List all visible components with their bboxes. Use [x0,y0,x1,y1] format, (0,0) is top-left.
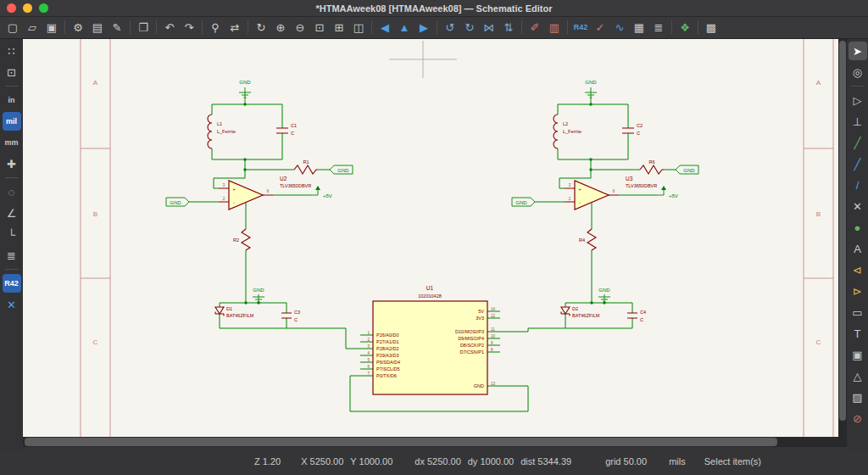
grid-overrides-icon[interactable]: ⊡ [3,63,21,81]
hierarchy-navigator-icon[interactable]: ≣ [3,246,21,265]
nav-forward-icon[interactable]: ▶ [415,18,433,36]
save-icon[interactable]: ▣ [42,18,61,36]
erc-icon[interactable]: ✓ [591,18,609,36]
annotate-auto-icon[interactable]: R42 [3,274,21,293]
undo-icon[interactable]: ↶ [160,18,179,36]
label-tool[interactable]: A [849,239,867,258]
print-icon[interactable]: ▤ [88,18,107,36]
hierarchical-label-tool[interactable]: ⊳ [849,282,867,300]
bus-entry-tool[interactable]: / [849,176,867,194]
gnd-label[interactable]: GND [166,198,189,206]
zoom-fit-icon[interactable]: ⊡ [310,18,329,36]
simulator-icon[interactable]: ∿ [610,18,629,36]
capacitor-symbol[interactable]: C4 C [627,310,646,322]
opamp-symbol[interactable]: + - 3 2 6 U3 TLV3650DBVR [565,176,657,210]
delete-tool[interactable]: ⊘ [849,409,867,428]
rotate-ccw-icon[interactable]: ↺ [441,18,459,36]
wire-tool[interactable]: ╱ [849,133,867,152]
sheet-tool[interactable]: ▭ [849,303,867,321]
edit-symbol-icon[interactable]: ✐ [526,18,544,36]
paste-icon[interactable]: ❐ [134,18,153,36]
nav-up-icon[interactable]: ▲ [395,18,414,36]
resistor-symbol[interactable]: R4 [579,229,596,250]
toolbar-separator [5,86,19,87]
resistor-symbol[interactable]: R1 [294,159,318,174]
right-circuit[interactable]: GND L2 L_Ferrite C2 C R6 GND GND + [500,80,698,332]
status-y: Y 1000.00 [350,456,392,467]
global-label-tool[interactable]: ⊲ [849,260,867,279]
capacitor-symbol[interactable]: C3 C [281,310,300,322]
diode-symbol[interactable]: D2 BAT46ZFILM [561,306,600,319]
power-gnd-symbol[interactable]: GND [598,288,610,303]
inductor-symbol[interactable]: L1 L_Ferrite [208,115,236,148]
junction-tool[interactable]: ● [849,218,867,237]
horizontal-scrollbar-thumb[interactable] [25,438,777,446]
capacitor-symbol[interactable]: C1 C [276,123,297,136]
highlight-net-tool[interactable]: ◎ [849,63,867,81]
capacitor-symbol[interactable]: C2 C [622,123,643,136]
cursor-shape-icon[interactable]: ✚ [3,154,21,173]
gnd-label[interactable]: GND [676,165,698,174]
resistor-symbol[interactable]: R6 [640,159,664,174]
find-replace-icon[interactable]: ⇄ [225,18,244,36]
show-grid-icon[interactable]: ∷ [3,42,21,60]
units-inch-button[interactable]: in [3,91,21,109]
nav-back-icon[interactable]: ◀ [376,18,394,36]
inductor-symbol[interactable]: L2 L_Ferrite [554,115,581,148]
svg-text:P27/A1/D1: P27/A1/D1 [376,339,399,344]
power-tool[interactable]: ⊥ [849,112,867,131]
left-circuit[interactable]: GND L1 L_Ferrite C1 C R1 GND GND [166,80,360,349]
hidden-pins-icon[interactable]: ◌ [3,182,21,201]
erc-exclusions-icon[interactable]: ✕ [3,295,21,314]
line-mode-icon[interactable]: └ [3,225,21,243]
resistor-symbol[interactable]: R2 [233,229,250,250]
mcu-symbol[interactable]: U1 102010428 1 2 3 4 5 6 7 P26/A0/D0 P27… [350,285,528,411]
power-5v-symbol[interactable]: +5V [311,186,332,198]
horizontal-scrollbar[interactable] [23,437,838,447]
textbox-tool[interactable]: ▣ [849,345,867,364]
opamp-symbol[interactable]: + - 3 2 6 U2 TLV3650DBVR [219,176,311,210]
mirror-horizontal-icon[interactable]: ⋈ [480,18,498,36]
vertical-scrollbar-thumb[interactable] [839,41,846,421]
no-connect-tool[interactable]: ✕ [849,197,867,215]
bom-icon[interactable]: ≣ [649,18,668,36]
power-gnd-symbol[interactable]: GND [239,80,251,106]
schematic-canvas[interactable]: A B C A B C GND L1 L_Ferrite C1 C [23,38,838,437]
rotate-cw-icon[interactable]: ↻ [460,18,479,36]
plot-icon[interactable]: ✎ [108,18,126,36]
gnd-label[interactable]: GND [512,198,535,206]
gnd-label[interactable]: GND [330,165,353,174]
units-mm-button[interactable]: mm [3,133,21,152]
plugins-icon[interactable]: ❖ [676,18,694,36]
select-tool[interactable]: ➤ [849,42,867,60]
power-5v-symbol[interactable]: +5V [657,186,678,198]
zoom-objects-icon[interactable]: ◫ [349,18,368,36]
zoom-out-icon[interactable]: ⊖ [291,18,309,36]
plugin-manager-icon[interactable]: ▩ [702,18,721,36]
new-schematic-icon[interactable]: ▢ [3,18,22,36]
text-tool[interactable]: T [849,324,867,343]
symbol-tool[interactable]: ▷ [849,91,867,109]
open-schematic-icon[interactable]: ▱ [23,18,42,36]
fields-table-icon[interactable]: ▦ [630,18,648,36]
shapes-tool[interactable]: △ [849,366,867,385]
svg-text:4: 4 [367,351,370,355]
power-gnd-symbol[interactable]: GND [253,288,264,303]
bus-tool[interactable]: ╱ [849,154,867,173]
zoom-in-icon[interactable]: ⊕ [271,18,290,36]
power-gnd-symbol[interactable]: GND [585,80,597,106]
image-tool[interactable]: ▨ [849,388,867,406]
zoom-selection-icon[interactable]: ⊞ [330,18,348,36]
redo-icon[interactable]: ↷ [180,18,198,36]
edit-library-icon[interactable]: ▥ [545,18,564,36]
diode-symbol[interactable]: D1 BAT46ZFILM [215,306,254,319]
free-angle-icon[interactable]: ∠ [3,204,21,222]
vertical-scrollbar[interactable] [838,38,847,437]
schematic-setup-icon[interactable]: ⚙ [69,18,87,36]
mirror-vertical-icon[interactable]: ⇅ [499,18,518,36]
right-toolbar: ➤ ◎ ▷ ⊥ ╱ ╱ / ✕ ● A ⊲ ⊳ ▭ T ▣ △ ▨ ⊘ [847,38,868,450]
annotate-icon[interactable]: R42 [571,18,590,36]
units-mil-button[interactable]: mil [3,112,21,131]
refresh-icon[interactable]: ↻ [252,18,270,36]
find-icon[interactable]: ⚲ [206,18,225,36]
